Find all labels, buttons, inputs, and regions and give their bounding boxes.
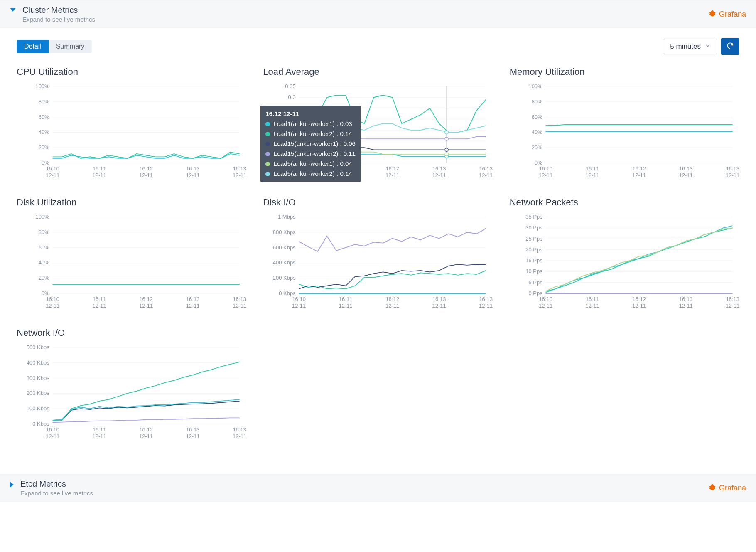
svg-text:10 Pps: 10 Pps — [525, 268, 542, 274]
chart-plot[interactable]: 0 Kbps100 Kbps200 Kbps300 Kbps400 Kbps50… — [17, 343, 246, 443]
timerange-select[interactable]: 5 minutes — [664, 39, 717, 54]
svg-text:200 Kbps: 200 Kbps — [27, 390, 49, 396]
svg-text:100%: 100% — [35, 83, 49, 89]
svg-text:25 Pps: 25 Pps — [525, 236, 542, 242]
svg-text:500 Kbps: 500 Kbps — [27, 344, 49, 350]
chart-title: Disk I/O — [263, 197, 493, 208]
tab-summary[interactable]: Summary — [49, 40, 92, 53]
svg-text:30 Pps: 30 Pps — [525, 224, 542, 231]
svg-text:80%: 80% — [39, 229, 49, 235]
etcd-metrics-header[interactable]: Etcd Metrics Expand to see live metrics … — [0, 474, 756, 502]
svg-text:20 Pps: 20 Pps — [525, 246, 542, 253]
svg-text:16:10: 16:10 — [46, 426, 59, 433]
svg-text:12-11: 12-11 — [292, 303, 306, 309]
svg-text:16:13: 16:13 — [233, 296, 246, 302]
chart-title: Disk Utilization — [17, 197, 246, 208]
svg-text:12-11: 12-11 — [726, 303, 739, 309]
chart-plot[interactable]: 0 Kbps200 Kbps400 Kbps600 Kbps800 Kbps1 … — [263, 213, 493, 313]
svg-text:12-11: 12-11 — [233, 303, 246, 309]
chart-plot[interactable]: 0%20%40%60%80%100%16:1012-1116:1112-1116… — [510, 82, 739, 182]
svg-text:16:10: 16:10 — [46, 296, 59, 302]
chart-netio: Network I/O0 Kbps100 Kbps200 Kbps300 Kbp… — [17, 328, 246, 445]
svg-text:12-11: 12-11 — [539, 172, 552, 178]
svg-text:16:12: 16:12 — [386, 296, 400, 302]
svg-text:16:13: 16:13 — [186, 426, 200, 433]
svg-text:60%: 60% — [39, 114, 49, 120]
svg-text:100%: 100% — [35, 214, 49, 220]
svg-text:16:11: 16:11 — [586, 165, 599, 172]
chart-title: Memory Utilization — [510, 67, 739, 77]
svg-text:80%: 80% — [531, 99, 542, 105]
svg-text:16:13: 16:13 — [432, 165, 446, 172]
svg-text:16:12: 16:12 — [139, 296, 153, 302]
svg-text:16:13: 16:13 — [726, 165, 739, 172]
svg-text:16:13: 16:13 — [479, 165, 493, 172]
svg-text:35 Pps: 35 Pps — [525, 214, 542, 220]
svg-text:12-11: 12-11 — [679, 303, 692, 309]
tab-detail[interactable]: Detail — [17, 40, 49, 53]
chart-plot[interactable]: 0 Pps5 Pps10 Pps15 Pps20 Pps25 Pps30 Pps… — [510, 213, 739, 313]
svg-text:40%: 40% — [39, 129, 49, 135]
panel-subtitle: Expand to see live metrics — [22, 16, 95, 23]
svg-text:0%: 0% — [42, 290, 49, 296]
chart-disk: Disk Utilization0%20%40%60%80%100%16:101… — [17, 197, 246, 314]
svg-text:12-11: 12-11 — [432, 172, 446, 178]
svg-text:100%: 100% — [528, 83, 542, 89]
chart-title: Network Packets — [510, 197, 739, 208]
refresh-button[interactable] — [721, 38, 739, 55]
svg-text:12-11: 12-11 — [93, 172, 106, 178]
svg-text:12-11: 12-11 — [679, 172, 692, 178]
svg-text:0%: 0% — [535, 160, 542, 166]
svg-text:0.35: 0.35 — [285, 83, 296, 89]
expand-icon[interactable] — [10, 482, 14, 488]
svg-text:16:10: 16:10 — [46, 165, 59, 172]
grafana-label: Grafana — [719, 484, 746, 493]
panel-subtitle: Expand to see live metrics — [20, 490, 93, 497]
svg-text:100 Kbps: 100 Kbps — [27, 405, 49, 412]
svg-text:12-11: 12-11 — [385, 172, 399, 178]
svg-text:12-11: 12-11 — [139, 172, 153, 178]
svg-text:16:11: 16:11 — [586, 296, 599, 302]
panel-title: Etcd Metrics — [20, 479, 93, 489]
chart-plot[interactable]: 0%20%40%60%80%100%16:1012-1116:1112-1116… — [17, 213, 246, 313]
grafana-link[interactable]: Grafana — [708, 9, 746, 20]
svg-text:0%: 0% — [42, 160, 49, 166]
svg-text:12-11: 12-11 — [186, 172, 200, 178]
svg-text:12-11: 12-11 — [93, 303, 106, 309]
svg-text:12-11: 12-11 — [46, 433, 59, 439]
svg-text:16:13: 16:13 — [679, 165, 693, 172]
svg-text:12-11: 12-11 — [339, 303, 353, 309]
svg-text:16:12: 16:12 — [139, 165, 153, 172]
svg-text:12-11: 12-11 — [479, 303, 493, 309]
cluster-metrics-header[interactable]: Cluster Metrics Expand to see live metri… — [0, 0, 756, 28]
svg-text:400 Kbps: 400 Kbps — [27, 360, 49, 366]
svg-text:200 Kbps: 200 Kbps — [273, 275, 296, 281]
chevron-down-icon — [705, 42, 711, 51]
svg-text:16:12: 16:12 — [386, 165, 400, 172]
grafana-link[interactable]: Grafana — [708, 483, 746, 493]
refresh-icon — [726, 42, 734, 52]
svg-text:5 Pps: 5 Pps — [528, 279, 542, 286]
svg-text:16:13: 16:13 — [679, 296, 693, 302]
svg-text:0 Pps: 0 Pps — [528, 290, 542, 296]
chart-plot[interactable]: 0%20%40%60%80%100%16:1012-1116:1112-1116… — [17, 82, 246, 182]
svg-text:16:12: 16:12 — [632, 296, 646, 302]
collapse-icon[interactable] — [10, 8, 16, 12]
svg-text:1 Mbps: 1 Mbps — [278, 214, 296, 220]
svg-text:12-11: 12-11 — [139, 303, 153, 309]
chart-title: Network I/O — [17, 328, 246, 338]
chart-title: Load Average — [263, 67, 493, 77]
svg-point-53 — [445, 148, 448, 151]
chart-diskio: Disk I/O0 Kbps200 Kbps400 Kbps600 Kbps80… — [263, 197, 493, 314]
svg-text:16:11: 16:11 — [93, 426, 106, 433]
chart-title: CPU Utilization — [17, 67, 246, 77]
chart-cpu: CPU Utilization0%20%40%60%80%100%16:1012… — [17, 67, 246, 184]
svg-text:16:13: 16:13 — [479, 296, 493, 302]
svg-text:20%: 20% — [39, 144, 49, 150]
svg-text:12-11: 12-11 — [632, 172, 646, 178]
svg-point-51 — [445, 153, 448, 156]
svg-text:12-11: 12-11 — [385, 303, 399, 309]
svg-text:16:13: 16:13 — [186, 165, 200, 172]
svg-text:12-11: 12-11 — [726, 172, 739, 178]
svg-text:16:10: 16:10 — [539, 296, 552, 302]
